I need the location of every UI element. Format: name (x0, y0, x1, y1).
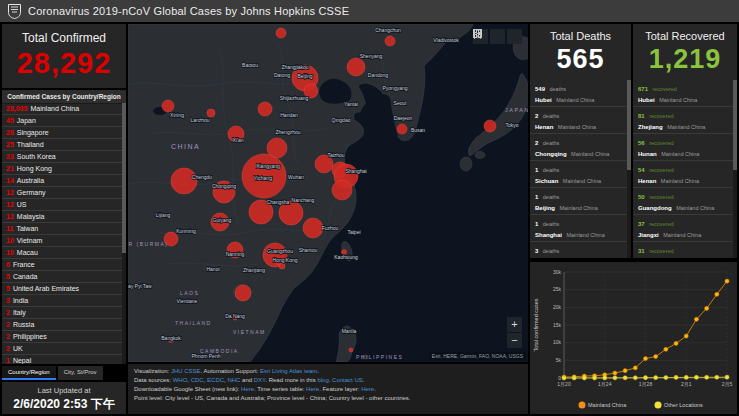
chart-data-point[interactable] (725, 279, 729, 283)
confirmed-row[interactable]: 12US (2, 199, 122, 211)
credit-link[interactable]: WHO (173, 377, 188, 383)
case-bubble[interactable] (349, 348, 353, 352)
confirmed-row[interactable]: 5United Arab Emirates (2, 283, 122, 295)
credit-link[interactable]: Esri Living Atlas team (260, 368, 317, 374)
chart-data-point[interactable] (633, 366, 637, 370)
deaths-scrollbar[interactable] (627, 80, 631, 258)
confirmed-cases-chart[interactable]: 05k10k15k20k25k30k1月201月241月282月12月5Tota… (530, 262, 737, 414)
credit-link[interactable]: blog (317, 377, 328, 383)
confirmed-row[interactable]: 28Singapore (2, 127, 122, 139)
chart-data-point[interactable] (592, 376, 596, 380)
chart-data-point[interactable] (705, 375, 709, 379)
confirmed-row[interactable]: 14Australia (2, 175, 122, 187)
chart-data-point[interactable] (633, 376, 637, 380)
confirmed-row[interactable]: 21Hong Kong (2, 163, 122, 175)
recovered-row[interactable]: 671 recoveredHubei Mainland China (633, 80, 733, 107)
chart-data-point[interactable] (674, 341, 678, 345)
zoom-out-button[interactable]: − (507, 333, 522, 348)
credit-link[interactable]: Contact US (332, 377, 363, 383)
chart-data-point[interactable] (715, 292, 719, 296)
confirmed-list-scrollbar[interactable] (122, 103, 126, 364)
deaths-row[interactable]: 1 deathsSichuan Mainland China (530, 161, 627, 188)
chart-data-point[interactable] (613, 376, 617, 380)
credit-link[interactable]: Here (306, 386, 319, 392)
cases-map[interactable]: BaotouDatongZhangjiakouBeijingShijiazhua… (128, 24, 528, 362)
chart-data-point[interactable] (654, 376, 658, 380)
recovered-row[interactable]: 37 recoveredJiangxi Mainland China (633, 215, 733, 242)
case-bubble[interactable] (171, 168, 197, 194)
recovered-row[interactable]: 81 recoveredZhejiang Mainland China (633, 107, 733, 134)
chart-data-point[interactable] (664, 347, 668, 351)
confirmed-row[interactable]: 2Philippines (2, 331, 122, 343)
chart-data-point[interactable] (562, 376, 566, 380)
recovered-row[interactable]: 50 recoveredGuangdong Mainland China (633, 188, 733, 215)
chart-data-point[interactable] (613, 371, 617, 375)
chart-data-point[interactable] (725, 375, 729, 379)
confirmed-row[interactable]: 28,035Mainland China (2, 103, 122, 115)
case-bubble[interactable] (397, 124, 407, 134)
legend-icon[interactable] (490, 29, 505, 44)
chart-data-point[interactable] (654, 354, 658, 358)
chart-data-point[interactable] (684, 334, 688, 338)
case-bubble[interactable] (385, 36, 395, 46)
deaths-row[interactable]: 1 deathsBeijing Mainland China (530, 188, 627, 215)
chart-data-point[interactable] (684, 375, 688, 379)
confirmed-row[interactable]: 12Germany (2, 187, 122, 199)
confirmed-row[interactable]: 2UK (2, 343, 122, 355)
confirmed-row[interactable]: 45Japan (2, 115, 122, 127)
credit-link[interactable]: NHC (227, 377, 240, 383)
confirmed-row[interactable]: 25Thailand (2, 139, 122, 151)
case-bubble[interactable] (235, 285, 251, 301)
confirmed-row[interactable]: 6France (2, 259, 122, 271)
case-bubble[interactable] (276, 28, 286, 38)
chart-data-point[interactable] (643, 356, 647, 360)
case-bubble[interactable] (347, 58, 365, 76)
chart-data-point[interactable] (603, 376, 607, 380)
confirmed-row[interactable]: 12Malaysia (2, 211, 122, 223)
confirmed-row[interactable]: 10Macau (2, 247, 122, 259)
deaths-row[interactable]: 3 deathsHeilongjiang Mainland China (530, 242, 627, 258)
chart-data-point[interactable] (664, 375, 668, 379)
confirmed-row[interactable]: 2Russia (2, 319, 122, 331)
deaths-row[interactable]: 549 deathsHubei Mainland China (530, 80, 627, 107)
tab-city-stprov[interactable]: City, St/Prov (58, 366, 103, 380)
confirmed-row[interactable]: 5Canada (2, 271, 122, 283)
basemap-icon[interactable] (507, 29, 522, 44)
credit-link[interactable]: Here (361, 386, 374, 392)
confirmed-row[interactable]: 2Italy (2, 307, 122, 319)
chart-data-point[interactable] (623, 369, 627, 373)
recovered-row[interactable]: 54 recoveredHenan Mainland China (633, 161, 733, 188)
chart-data-point[interactable] (572, 376, 576, 380)
credit-link[interactable]: Here (241, 386, 254, 392)
confirmed-row[interactable]: 11Taiwan (2, 223, 122, 235)
tab-country-region[interactable]: Country/Region (2, 366, 56, 380)
chart-data-point[interactable] (582, 376, 586, 380)
case-bubble[interactable] (484, 120, 496, 132)
case-bubble[interactable] (207, 109, 215, 117)
recovered-row[interactable]: 31 recoveredBeijing Mainland China (633, 242, 733, 258)
credit-link[interactable]: DXY (254, 377, 266, 383)
confirmed-row[interactable]: 10Vietnam (2, 235, 122, 247)
zoom-in-button[interactable]: + (507, 317, 522, 332)
confirmed-row[interactable]: 23South Korea (2, 151, 122, 163)
confirmed-row[interactable]: 1Nepal (2, 355, 122, 364)
credit-link[interactable]: ECDC (207, 377, 224, 383)
case-bubble[interactable] (332, 180, 352, 200)
deaths-row[interactable]: 1 deathsShanghai Mainland China (530, 215, 627, 242)
deaths-row[interactable]: 2 deathsHenan Mainland China (530, 107, 627, 134)
chart-data-point[interactable] (674, 375, 678, 379)
recovered-row[interactable]: 56 recoveredHunan Mainland China (633, 134, 733, 161)
case-bubble[interactable] (162, 100, 174, 112)
case-bubble[interactable] (258, 102, 272, 116)
chart-data-point[interactable] (694, 317, 698, 321)
chart-data-point[interactable] (643, 376, 647, 380)
case-bubble[interactable] (303, 218, 323, 238)
chart-data-point[interactable] (705, 306, 709, 310)
recovered-scrollbar[interactable] (733, 80, 737, 258)
credit-link[interactable]: CDC (191, 377, 204, 383)
chart-data-point[interactable] (694, 375, 698, 379)
chart-data-point[interactable] (715, 375, 719, 379)
case-bubble[interactable] (279, 263, 285, 269)
deaths-row[interactable]: 2 deathsChongqing Mainland China (530, 134, 627, 161)
map-canvas[interactable]: BaotouDatongZhangjiakouBeijingShijiazhua… (128, 24, 528, 362)
